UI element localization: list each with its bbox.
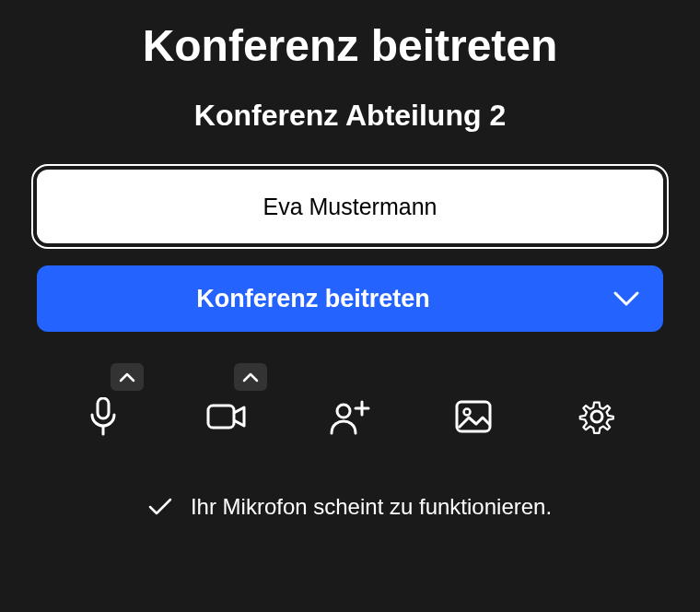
conference-name: Konferenz Abteilung 2 [194,99,506,133]
invite-button[interactable] [330,396,370,437]
name-input-wrap [37,170,663,243]
microphone-icon [88,397,119,436]
settings-button[interactable] [577,396,617,437]
status-text: Ihr Mikrofon scheint zu funktionieren. [191,494,552,520]
camera-icon [206,402,247,431]
background-button[interactable] [453,396,494,437]
microphone-options[interactable] [111,363,144,391]
name-input[interactable] [37,170,663,243]
page-title: Konferenz beitreten [143,20,558,71]
image-icon [455,400,492,433]
status-row: Ihr Mikrofon scheint zu funktionieren. [148,494,552,520]
camera-button[interactable] [206,396,247,437]
join-options-dropdown[interactable] [589,265,663,332]
gear-icon [578,398,615,435]
person-add-icon [330,398,370,435]
svg-rect-6 [457,402,490,431]
camera-options[interactable] [234,363,267,391]
chevron-down-icon [612,290,640,307]
toolbar [83,396,617,437]
chevron-up-icon [242,372,259,382]
svg-point-8 [591,411,602,422]
join-button[interactable]: Konferenz beitreten [37,265,589,332]
svg-rect-0 [98,398,109,418]
check-icon [148,498,172,516]
svg-point-3 [337,405,350,418]
svg-point-7 [464,409,471,416]
microphone-button[interactable] [83,396,123,437]
join-row: Konferenz beitreten [37,265,663,332]
chevron-up-icon [119,372,135,382]
svg-rect-2 [208,406,234,428]
